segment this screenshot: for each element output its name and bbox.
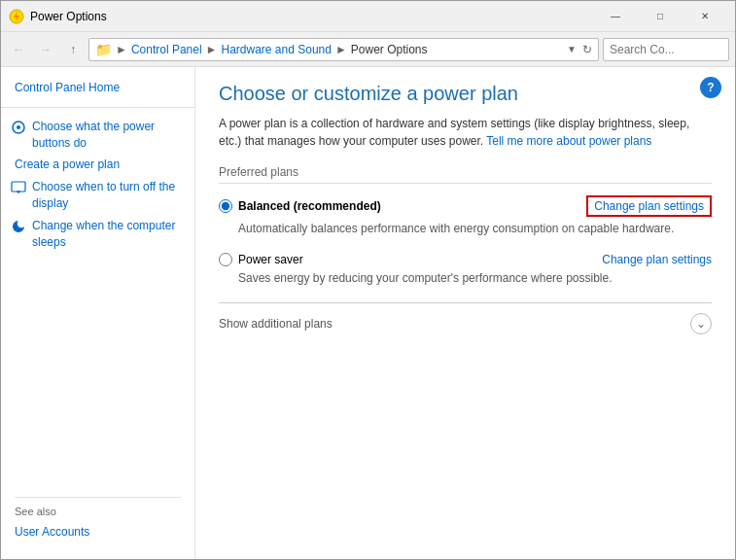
breadcrumb-dropdown: ▼ ↻ [567,43,592,56]
window-controls: — □ ✕ [593,1,727,32]
plan-item-balanced: Balanced (recommended) Change plan setti… [219,195,712,237]
sidebar-item-sleep-label: Change when the computer sleeps [32,218,187,251]
sidebar-separator-2 [15,497,181,498]
learn-more-link[interactable]: Tell me more about power plans [486,134,651,148]
sidebar-item-user-accounts[interactable]: User Accounts [15,521,181,543]
sleep-icon [9,219,28,234]
plan-balanced-label[interactable]: Balanced (recommended) [219,199,381,213]
minimize-button[interactable]: — [593,1,638,32]
back-button[interactable]: ← [7,38,30,61]
expand-icon: ⌄ [690,313,712,334]
breadcrumb-separator-0: ► [116,43,127,56]
search-input[interactable] [610,43,736,56]
sidebar-item-create-plan[interactable]: Create a power plan [1,154,194,176]
forward-button[interactable]: → [34,38,57,61]
plan-balanced-header: Balanced (recommended) Change plan setti… [219,195,712,217]
change-plan-power-saver-link[interactable]: Change plan settings [602,253,712,266]
search-bar: 🔍 [603,38,729,61]
sidebar-item-power-buttons[interactable]: Choose what the power buttons do [1,116,194,155]
breadcrumb-folder-icon: 📁 [95,42,112,57]
window-title: Power Options [30,10,593,23]
sidebar-item-sleep[interactable]: Change when the computer sleeps [1,215,194,254]
sidebar-item-display-label: Choose when to turn off the display [32,179,187,212]
breadcrumb-item-0[interactable]: Control Panel [131,43,202,56]
plan-item-power-saver: Power saver Change plan settings Saves e… [219,253,712,287]
show-additional-text: Show additional plans [219,317,333,331]
svg-rect-4 [12,182,25,192]
change-plan-balanced-link[interactable]: Change plan settings [586,195,712,217]
plan-power-saver-label[interactable]: Power saver [219,253,303,266]
sidebar: Control Panel Home Choose what the power… [1,67,195,559]
up-button[interactable]: ↑ [61,38,85,61]
plan-power-saver-description: Saves energy by reducing your computer's… [219,270,712,287]
nav-bar: ← → ↑ 📁 ► Control Panel ► Hardware and S… [1,32,735,67]
maximize-button[interactable]: □ [638,1,683,32]
svg-point-3 [17,125,20,129]
title-bar: Power Options — □ ✕ [1,1,735,32]
breadcrumb-down-icon[interactable]: ▼ [567,44,577,54]
help-button[interactable]: ? [700,77,721,98]
show-additional-plans[interactable]: Show additional plans ⌄ [219,302,712,334]
chevron-down-icon: ⌄ [696,317,706,331]
close-button[interactable]: ✕ [683,1,727,32]
breadcrumb-separator-2: ► [335,43,347,56]
breadcrumb-item-1[interactable]: Hardware and Sound [222,43,332,56]
sidebar-item-turn-off-display[interactable]: Choose when to turn off the display [1,176,194,215]
power-buttons-icon [9,120,28,135]
preferred-plans-label: Preferred plans [219,165,712,184]
display-icon [9,180,28,195]
breadcrumb-separator-1: ► [206,43,218,56]
refresh-icon[interactable]: ↻ [582,43,592,56]
window-icon [9,9,24,24]
plan-balanced-name: Balanced (recommended) [238,199,381,213]
breadcrumb-bar: 📁 ► Control Panel ► Hardware and Sound ►… [88,38,599,61]
plan-balanced-radio[interactable] [219,199,232,213]
breadcrumb-item-2: Power Options [351,43,428,56]
plan-power-saver-name: Power saver [238,253,303,266]
plan-balanced-description: Automatically balances performance with … [219,221,712,237]
sidebar-item-control-panel-home[interactable]: Control Panel Home [1,77,194,99]
sidebar-item-power-buttons-label: Choose what the power buttons do [32,119,187,152]
page-description: A power plan is a collection of hardware… [219,115,712,150]
window: Power Options — □ ✕ ← → ↑ 📁 ► Control Pa… [0,0,736,560]
sidebar-separator-1 [1,107,194,108]
content-area: ? Choose or customize a power plan A pow… [195,67,735,559]
plan-power-saver-header: Power saver Change plan settings [219,253,712,266]
main-layout: Control Panel Home Choose what the power… [1,67,735,559]
plan-power-saver-radio[interactable] [219,253,232,266]
page-title: Choose or customize a power plan [219,83,712,105]
see-also-section: See also User Accounts [1,487,194,549]
see-also-label: See also [15,506,181,517]
